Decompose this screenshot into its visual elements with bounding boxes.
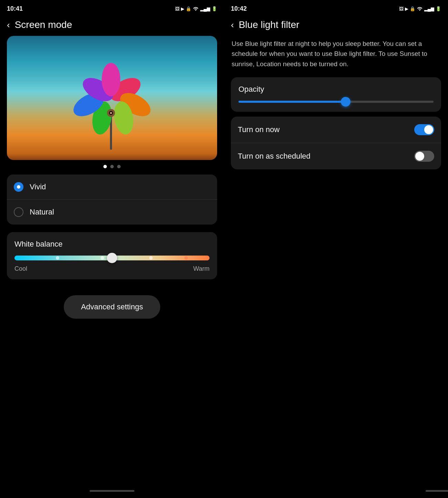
blue-light-description: Use Blue light filter at night to help y… [224,36,448,76]
dot-1[interactable] [103,165,107,168]
natural-radio[interactable] [14,207,23,217]
left-status-icons: 🖼 ▶ 🔒 ▂▄▆ 🔋 [175,6,217,12]
pinwheel-image [7,36,217,160]
cool-label: Cool [14,265,27,272]
lock-icon: 🔒 [186,6,191,11]
right-battery-icon: 🔋 [436,6,441,11]
wb-title: White balance [14,240,210,249]
vivid-option[interactable]: Vivid [7,175,217,199]
right-wifi-icon [417,6,423,12]
left-header: ‹ Screen mode [0,15,224,36]
right-back-button[interactable]: ‹ [231,20,234,30]
wifi-icon [193,6,199,12]
vivid-label: Vivid [30,182,46,191]
opacity-slider-track[interactable] [238,101,434,103]
left-page-title: Screen mode [15,19,72,30]
carousel-dots [0,160,224,172]
left-status-bar: 10:41 🖼 ▶ 🔒 ▂▄▆ 🔋 [0,0,224,15]
turn-on-now-label: Turn on now [238,125,279,134]
dot-2[interactable] [110,165,114,168]
right-panel: 10:42 🖼 ▶ 🔒 ▂▄▆ 🔋 ‹ Blue light filter Us… [224,0,448,498]
turn-on-scheduled-label: Turn on as scheduled [238,152,310,161]
wb-slider-track[interactable] [14,256,210,260]
advanced-settings-label: Advanced settings [81,302,143,311]
right-time: 10:42 [231,5,247,12]
right-lock-icon: 🔒 [410,6,415,11]
opacity-title: Opacity [238,85,434,94]
right-play-icon: ▶ [405,6,408,11]
right-status-icons: 🖼 ▶ 🔒 ▂▄▆ 🔋 [399,6,441,12]
right-bottom-bar [426,490,448,492]
vivid-radio-inner [17,185,20,189]
left-back-button[interactable]: ‹ [7,20,10,30]
play-icon: ▶ [181,6,184,11]
mode-card: Vivid Natural [7,175,217,225]
toggle-card: Turn on now Turn on as scheduled [231,117,441,169]
right-status-bar: 10:42 🖼 ▶ 🔒 ▂▄▆ 🔋 [224,0,448,15]
turn-on-now-row: Turn on now [231,117,441,143]
advanced-settings-button[interactable]: Advanced settings [64,295,160,319]
turn-on-scheduled-toggle[interactable] [414,151,434,162]
left-panel: 10:41 🖼 ▶ 🔒 ▂▄▆ 🔋 ‹ Screen mode [0,0,224,498]
battery-icon: 🔋 [212,6,217,11]
pinwheel-svg [64,46,160,150]
signal-icon: ▂▄▆ [200,6,210,11]
warm-label: Warm [193,265,210,272]
right-page-title: Blue light filter [239,19,299,30]
turn-on-now-toggle[interactable] [414,124,434,135]
turn-on-now-knob [424,125,433,134]
wb-labels: Cool Warm [14,265,210,272]
vivid-radio[interactable] [14,182,23,192]
white-balance-card: White balance Cool Warm [7,232,217,279]
svg-point-9 [102,63,120,96]
wb-slider-thumb[interactable] [107,253,117,263]
right-signal-icon: ▂▄▆ [424,6,434,11]
natural-option[interactable]: Natural [7,199,217,225]
opacity-slider-thumb[interactable] [341,97,350,107]
right-image-icon: 🖼 [399,6,404,11]
opacity-card: Opacity [231,77,441,112]
image-icon: 🖼 [175,6,180,11]
left-bottom-bar [90,490,134,492]
natural-label: Natural [30,208,54,217]
svg-point-12 [110,112,112,114]
right-header: ‹ Blue light filter [224,15,448,36]
left-time: 10:41 [7,5,23,12]
turn-on-scheduled-row: Turn on as scheduled [231,143,441,169]
turn-on-scheduled-knob [415,152,424,161]
dot-3[interactable] [117,165,121,168]
